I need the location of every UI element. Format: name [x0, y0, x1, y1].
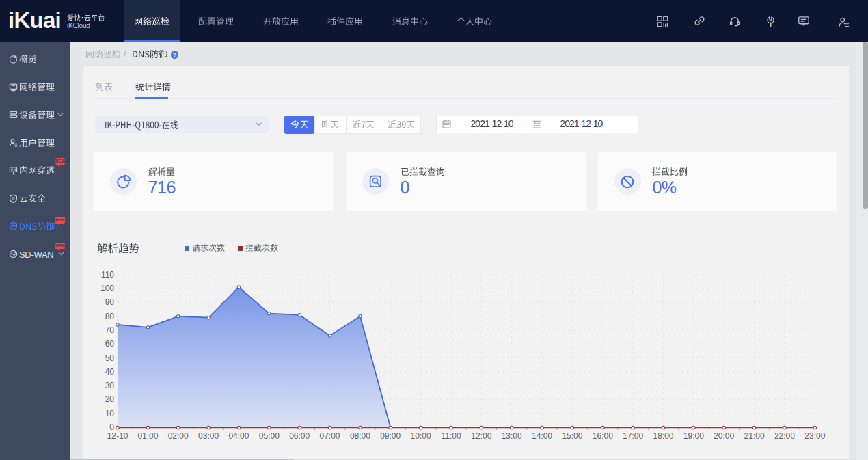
svg-text:23:00: 23:00: [804, 431, 825, 441]
svg-text:100: 100: [100, 284, 114, 293]
svg-text:03:00: 03:00: [198, 431, 219, 441]
svg-text:08:00: 08:00: [350, 431, 370, 441]
svg-text:07:00: 07:00: [319, 431, 340, 441]
svg-text:14:00: 14:00: [532, 431, 552, 441]
svg-text:06:00: 06:00: [289, 431, 310, 441]
svg-text:21:00: 21:00: [744, 431, 765, 441]
svg-text:10: 10: [105, 409, 115, 418]
svg-text:05:00: 05:00: [259, 431, 280, 441]
svg-text:110: 110: [101, 270, 114, 280]
svg-text:11:00: 11:00: [441, 431, 461, 441]
svg-text:20: 20: [105, 394, 115, 404]
svg-text:70: 70: [105, 325, 115, 335]
svg-text:02:00: 02:00: [168, 431, 189, 441]
svg-text:0: 0: [109, 422, 114, 432]
svg-text:22:00: 22:00: [774, 431, 795, 441]
svg-text:13:00: 13:00: [502, 431, 522, 441]
svg-text:09:00: 09:00: [380, 431, 401, 441]
svg-text:30: 30: [105, 381, 115, 390]
svg-text:12-10: 12-10: [107, 431, 128, 441]
svg-text:17:00: 17:00: [623, 431, 643, 441]
svg-text:10:00: 10:00: [411, 431, 431, 441]
svg-text:60: 60: [105, 339, 115, 349]
svg-text:50: 50: [105, 353, 115, 363]
svg-text:04:00: 04:00: [228, 431, 249, 441]
svg-text:16:00: 16:00: [593, 431, 613, 441]
svg-text:12:00: 12:00: [471, 431, 491, 441]
svg-text:18:00: 18:00: [653, 431, 673, 441]
svg-text:01:00: 01:00: [137, 431, 158, 441]
svg-text:90: 90: [105, 297, 115, 307]
svg-text:40: 40: [105, 367, 115, 377]
svg-text:80: 80: [105, 312, 115, 321]
svg-text:20:00: 20:00: [714, 431, 734, 441]
svg-text:19:00: 19:00: [683, 431, 704, 441]
svg-text:15:00: 15:00: [562, 431, 582, 441]
